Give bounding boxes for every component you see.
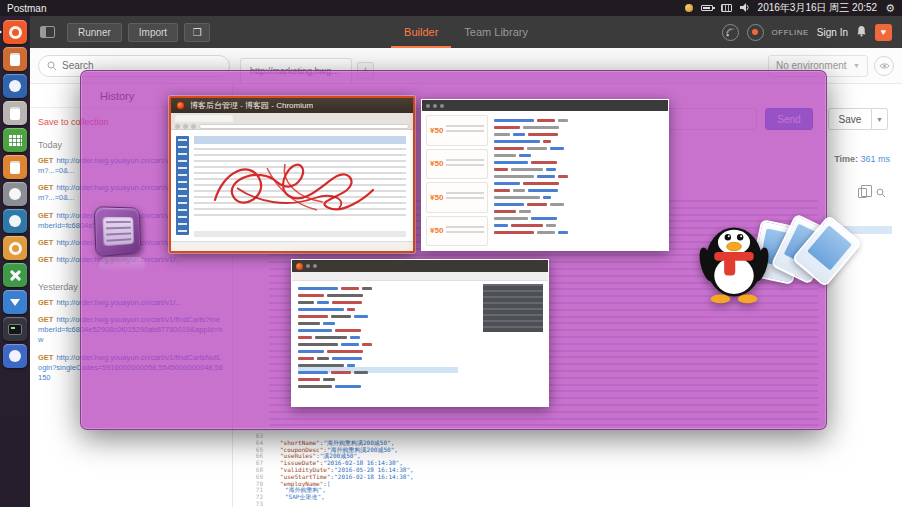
messages-indicator-icon[interactable] — [685, 4, 693, 12]
next-app-group[interactable] — [697, 209, 877, 329]
response-json-line: 70"employName": [ — [247, 481, 898, 488]
response-json-line: 64"shortName": "海外购重构满200减50", — [247, 440, 898, 447]
volume-icon[interactable] — [740, 3, 750, 14]
input-method-icon[interactable] — [721, 4, 732, 12]
coupon-card: ¥50 — [426, 216, 488, 247]
coupon-card: ¥50 — [426, 115, 488, 146]
postman-header: Runner Import ❐ Builder Team Library OFF… — [30, 16, 902, 48]
window-spread-overlay: 博客后台管理 - 博客园 - Chromium ¥50 — [80, 70, 827, 430]
libreoffice-calc-icon[interactable] — [3, 128, 27, 152]
firefox-icon[interactable] — [3, 74, 27, 98]
virtualbox-icon[interactable] — [3, 344, 27, 368]
active-app-title: Postman — [7, 3, 46, 14]
response-json-line: 65"couponDesc": "海外购重构满200减50", — [247, 447, 898, 454]
coupon-card: ¥50 — [426, 182, 488, 213]
sublime-text-icon[interactable] — [3, 236, 27, 260]
response-json-line: 67"issueDate": "2016-02-18 16:14:38", — [247, 460, 898, 467]
thumbnail-titlebar: 博客后台管理 - 博客园 - Chromium — [171, 98, 413, 113]
response-json-line: 73 — [247, 501, 898, 507]
clock-menu[interactable]: 2016年3月16日 周三 20:52 — [758, 1, 878, 15]
gimp-icon[interactable] — [3, 182, 27, 206]
environment-preview-eye-icon[interactable] — [874, 56, 894, 76]
file-manager-icon[interactable] — [3, 47, 27, 71]
text-preview — [298, 285, 458, 400]
browser-toolbar-preview — [171, 113, 413, 130]
coupon-card: ¥50 — [426, 149, 488, 180]
postman-icon[interactable] — [3, 20, 27, 44]
filezilla-icon[interactable] — [3, 209, 27, 233]
bell-icon[interactable] — [856, 23, 867, 41]
qq-icon[interactable] — [697, 209, 771, 305]
response-meta: Time: 361 ms — [834, 154, 890, 164]
window-thumbnail-coupon-list[interactable]: ¥50¥50¥50¥50 — [421, 99, 669, 251]
text-editor-icon[interactable] — [3, 101, 27, 125]
save-dropdown-chevron-icon[interactable]: ▼ — [872, 108, 888, 130]
search-response-icon[interactable] — [876, 184, 886, 202]
tab-builder[interactable]: Builder — [391, 16, 451, 48]
response-json-viewer: 6364"shortName": "海外购重构满200减50",65"coupo… — [247, 433, 898, 507]
workspace-purple-icon[interactable] — [95, 207, 155, 281]
tab-team-library[interactable]: Team Library — [451, 16, 541, 48]
save-button[interactable]: Save — [828, 108, 872, 130]
response-json-line: 66"useRules": "满200减50", — [247, 453, 898, 460]
window-content-preview — [292, 281, 548, 406]
document-reader-icon[interactable] — [3, 155, 27, 179]
system-top-panel: Postman 2016年3月16日 周三 20:52 ⚙ — [0, 0, 902, 16]
response-json-line: 69"useStartTime": "2016-02-18 16:14:38", — [247, 474, 898, 481]
close-icon[interactable] — [176, 101, 185, 110]
text-preview — [494, 115, 664, 246]
thumbnail-titlebar — [292, 260, 548, 272]
search-icon — [47, 57, 57, 75]
window-content-preview: ¥50¥50¥50¥50 — [422, 111, 668, 250]
window-thumbnail-chromium[interactable]: 博客后台管理 - 博客园 - Chromium — [169, 96, 415, 253]
time-label: Time: — [834, 154, 858, 164]
copy-response-icon[interactable] — [858, 188, 867, 198]
sync-status-icon[interactable] — [722, 24, 739, 41]
offline-status-label: OFFLINE — [772, 28, 809, 37]
sign-in-button[interactable]: Sign In — [817, 27, 848, 38]
time-value: 361 ms — [860, 154, 890, 164]
battery-icon[interactable] — [701, 5, 713, 11]
heart-icon[interactable] — [875, 24, 892, 41]
response-json-line: 63 — [247, 433, 898, 440]
terminal-icon[interactable] — [3, 317, 27, 341]
download-manager-icon[interactable] — [3, 290, 27, 314]
response-json-line: 71"海外购重构", — [247, 487, 898, 494]
window-content-preview — [171, 130, 413, 251]
response-json-line: 72"SAP全渠道", — [247, 494, 898, 501]
unity-launcher — [0, 16, 30, 507]
window-title: 博客后台管理 - 博客园 - Chromium — [190, 100, 313, 111]
thumbnail-titlebar — [422, 100, 668, 111]
red-scribble-annotation — [197, 138, 397, 238]
session-power-icon[interactable]: ⚙ — [885, 3, 895, 14]
response-json-line: 68"validityDate": "2016-05-28 16:14:38", — [247, 467, 898, 474]
window-thumbnail-editor[interactable] — [291, 259, 549, 407]
connection-status-icon[interactable] — [747, 24, 764, 41]
spreadsheet-icon[interactable] — [3, 263, 27, 287]
chevron-down-icon: ▼ — [853, 62, 860, 69]
close-icon[interactable] — [296, 263, 303, 270]
desktop-screen: Postman 2016年3月16日 周三 20:52 ⚙ Runner Imp… — [0, 0, 902, 507]
